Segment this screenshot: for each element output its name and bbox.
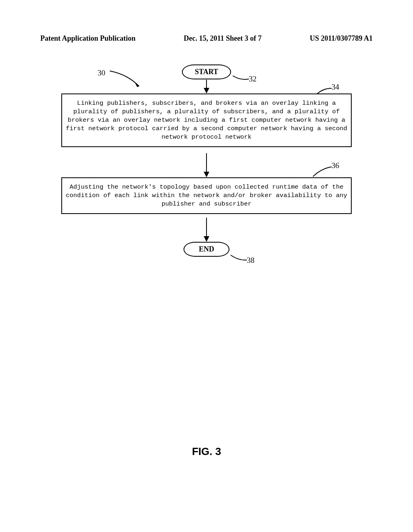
- arrow-line: [206, 80, 207, 89]
- leader-line-icon: [109, 70, 145, 92]
- arrow-head-icon: [204, 88, 209, 94]
- page-header: Patent Application Publication Dec. 15, …: [0, 34, 413, 43]
- arrow-head-icon: [204, 172, 209, 177]
- start-terminal: START: [182, 64, 231, 79]
- figure-label: FIG. 3: [0, 445, 413, 458]
- header-right: US 2011/0307789 A1: [310, 34, 373, 43]
- process-box-linking-text: Linking publishers, subscribers, and bro…: [66, 100, 347, 141]
- process-box-adjusting: Adjusting the network's topology based u…: [61, 177, 352, 214]
- process-box-adjusting-text: Adjusting the network's topology based u…: [66, 183, 347, 208]
- svg-marker-0: [135, 82, 139, 87]
- start-label: START: [195, 68, 218, 76]
- process-box-linking: Linking publishers, subscribers, and bro…: [61, 94, 352, 147]
- leader-line-icon: [229, 252, 249, 262]
- end-terminal: END: [184, 242, 229, 257]
- header-left: Patent Application Publication: [40, 34, 136, 43]
- leader-line-icon: [315, 87, 334, 97]
- arrow-head-icon: [204, 236, 209, 242]
- header-center: Dec. 15, 2011 Sheet 3 of 7: [184, 34, 262, 43]
- arrow-line: [206, 153, 207, 172]
- arrow-line: [206, 218, 207, 237]
- end-label: END: [199, 245, 214, 253]
- leader-line-icon: [311, 165, 334, 179]
- leader-line-icon: [231, 72, 251, 82]
- ref-30: 30: [98, 69, 105, 77]
